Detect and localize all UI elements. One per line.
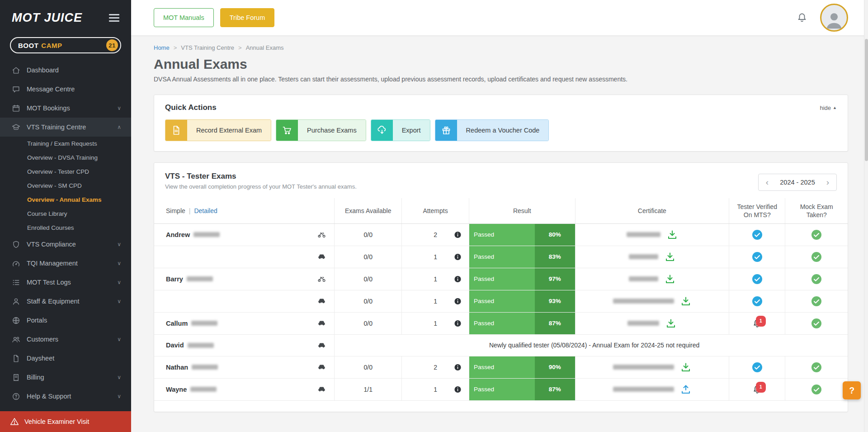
result-percentage: 90% (535, 356, 575, 378)
result-label: Passed (469, 290, 535, 312)
mock-exam-check-icon (811, 252, 822, 262)
hide-panel-link[interactable]: hide ▲ (820, 104, 837, 111)
result-badge: Passed90% (469, 356, 575, 378)
mot-manuals-button[interactable]: MOT Manuals (154, 8, 214, 27)
sidebar-subitem-overview-dvsa-training[interactable]: Overview - DVSA Training (0, 151, 131, 165)
sidebar: MOT JUICE BOOT CAMP 21 DashboardMessage … (0, 0, 131, 432)
exam-row: 0/01Passed93% (154, 290, 848, 312)
sidebar-subitem-overview-annual-exams[interactable]: Overview - Annual Exams (0, 193, 131, 207)
tribe-forum-button[interactable]: Tribe Forum (220, 8, 274, 27)
breadcrumb-vts-training-centre[interactable]: VTS Training Centre (181, 44, 234, 51)
record-external-exam-button[interactable]: Record External Exam (165, 119, 271, 141)
sidebar-item-label: Staff & Equipment (27, 298, 80, 305)
result-badge: Passed87% (469, 313, 575, 334)
menu-toggle-icon[interactable] (109, 10, 119, 25)
info-icon[interactable] (454, 275, 462, 283)
mts-verified-check-icon (752, 296, 763, 307)
info-icon[interactable] (454, 319, 462, 327)
sidebar-item-label: MOT Test Logs (27, 279, 71, 286)
gauge-icon (12, 259, 20, 268)
redacted-surname (188, 343, 214, 348)
attempts-count: 1 (434, 253, 437, 261)
result-badge: Passed83% (469, 246, 575, 268)
purchase-exams-button[interactable]: Purchase Exams (276, 119, 366, 141)
attempts-count: 1 (434, 275, 437, 283)
breadcrumb-separator: > (174, 44, 177, 51)
exams-card-subtitle: View the overall completion progress of … (165, 183, 357, 190)
breadcrumb-separator: > (238, 44, 242, 51)
mts-reminder-bell-icon[interactable]: 1 (752, 318, 762, 329)
billing-icon (12, 373, 20, 382)
sidebar-item-label: Dashboard (27, 66, 59, 74)
sidebar-item-dashboard[interactable]: Dashboard (0, 61, 131, 80)
result-badge: Passed97% (469, 268, 575, 290)
year-label: 2024 - 2025 (776, 179, 819, 186)
certificate-download-icon[interactable] (665, 252, 675, 262)
sidebar-item-vts-compliance[interactable]: VTS Compliance∨ (0, 235, 131, 254)
scrollbar-thumb[interactable] (865, 39, 868, 161)
page-content: Home > VTS Training Centre > Annual Exam… (131, 35, 868, 432)
sidebar-item-message-centre[interactable]: Message Centre (0, 80, 131, 99)
sidebar-item-tqi-management[interactable]: TQI Management∨ (0, 254, 131, 273)
info-icon[interactable] (454, 231, 462, 238)
chevron-up-icon: ∧ (117, 124, 121, 130)
tester-exams-table: Simple | Detailed Exams Available Attemp… (154, 198, 848, 401)
car-icon (316, 341, 327, 350)
info-icon[interactable] (454, 385, 462, 393)
info-icon[interactable] (454, 297, 462, 305)
info-icon[interactable] (454, 363, 462, 371)
breadcrumb: Home > VTS Training Centre > Annual Exam… (154, 44, 848, 51)
export-button[interactable]: Export (371, 119, 430, 141)
mock-exam-check-icon (811, 274, 822, 285)
mts-reminder-bell-icon[interactable]: 1 (752, 384, 762, 395)
next-year-button[interactable]: › (819, 174, 836, 190)
sidebar-subitem-overview-tester-cpd[interactable]: Overview - Tester CPD (0, 165, 131, 179)
certificate-download-icon[interactable] (665, 274, 675, 285)
sidebar-item-portals[interactable]: Portals (0, 311, 131, 330)
certificate-download-icon[interactable] (680, 296, 691, 307)
doc-icon (12, 354, 20, 363)
sidebar-subitem-enrolled-courses[interactable]: Enrolled Courses (0, 221, 131, 235)
result-label: Passed (469, 313, 535, 334)
sidebar-subitem-course-library[interactable]: Course Library (0, 207, 131, 221)
vehicle-examiner-visit-button[interactable]: Vehicle Examiner Visit (0, 411, 131, 432)
cart-icon (282, 125, 292, 136)
breadcrumb-home-link[interactable]: Home (154, 44, 170, 51)
exams-available-value: 0/0 (335, 312, 402, 334)
certificate-download-icon[interactable] (667, 229, 678, 240)
exams-available-value: 0/0 (335, 246, 402, 268)
gift-icon (441, 125, 452, 136)
sidebar-item-help-support[interactable]: Help & Support∨ (0, 387, 131, 406)
notifications-bell-icon[interactable] (797, 12, 807, 24)
user-avatar[interactable] (820, 4, 848, 32)
sidebar-item-mot-bookings[interactable]: MOT Bookings∨ (0, 99, 131, 118)
sidebar-item-daysheet[interactable]: Daysheet (0, 349, 131, 368)
sidebar-subitem-training-exam-requests[interactable]: Training / Exam Requests (0, 137, 131, 151)
result-percentage: 87% (535, 379, 575, 400)
mock-exam-check-icon (811, 384, 822, 395)
car-icon (316, 252, 327, 261)
tester-exams-card: VTS - Tester Exams View the overall comp… (154, 162, 848, 412)
sidebar-item-mot-test-logs[interactable]: MOT Test Logs∨ (0, 273, 131, 292)
certificate-download-icon[interactable] (680, 362, 691, 373)
sidebar-item-staff-equipment[interactable]: Staff & Equipment∨ (0, 292, 131, 311)
tester-first-name: Wayne (166, 386, 187, 393)
cloud-download-icon (377, 125, 387, 136)
certificate-download-icon[interactable] (665, 318, 676, 329)
home-icon (12, 66, 20, 75)
sidebar-subitem-overview-sm-cpd[interactable]: Overview - SM CPD (0, 179, 131, 193)
help-button[interactable]: ? (843, 381, 861, 399)
view-simple-link[interactable]: Simple (166, 207, 185, 215)
quick-actions-title: Quick Actions (165, 103, 217, 112)
previous-year-button[interactable]: ‹ (759, 174, 776, 190)
sidebar-item-customers[interactable]: Customers∨ (0, 330, 131, 349)
boot-camp-button[interactable]: BOOT CAMP 21 (10, 37, 121, 53)
sidebar-item-vts-training-centre[interactable]: VTS Training Centre∧ (0, 118, 131, 137)
tester-first-name: Nathan (166, 364, 188, 371)
sidebar-item-billing[interactable]: Billing∨ (0, 368, 131, 387)
certificate-upload-icon[interactable] (680, 384, 691, 395)
view-detailed-link[interactable]: Detailed (194, 207, 217, 215)
info-icon[interactable] (454, 253, 462, 261)
result-badge: Passed80% (469, 224, 575, 246)
redeem-voucher-button[interactable]: Redeem a Voucher Code (435, 119, 549, 141)
